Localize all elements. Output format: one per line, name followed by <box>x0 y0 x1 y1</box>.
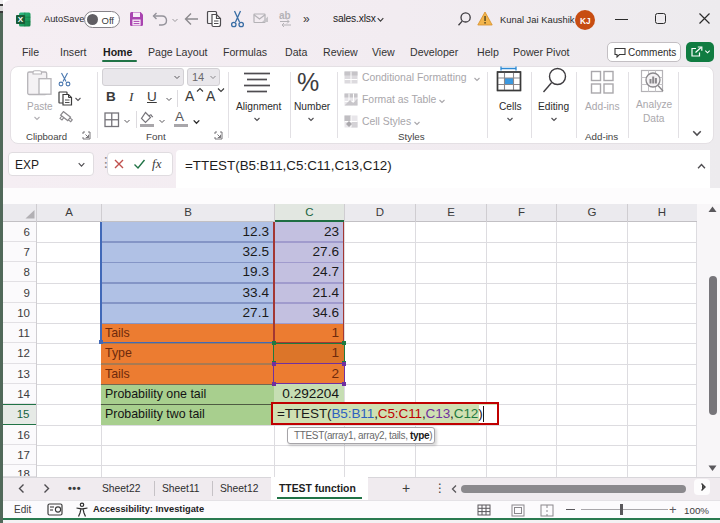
svg-text:X: X <box>17 15 23 24</box>
